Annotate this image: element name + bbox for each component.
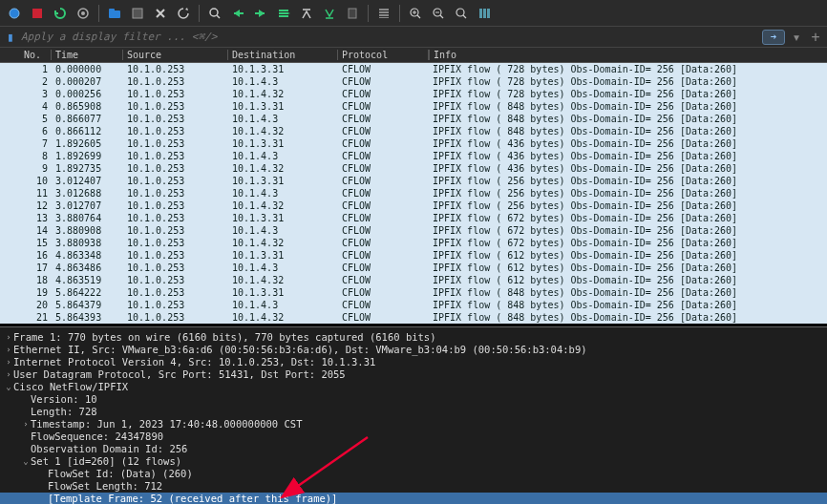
packet-row[interactable]: 205.86437910.1.0.25310.1.4.3CFLOWIPFIX f… <box>0 299 827 311</box>
packet-row[interactable]: 184.86351910.1.0.25310.1.4.32CFLOWIPFIX … <box>0 274 827 286</box>
tree-label: Length: 728 <box>31 406 97 418</box>
tree-node[interactable]: FlowSequence: 24347890 <box>0 430 827 443</box>
resize-columns-icon[interactable] <box>474 3 495 24</box>
tree-twisty-icon[interactable]: ⌄ <box>21 455 31 468</box>
packet-row[interactable]: 174.86348610.1.0.25310.1.4.3CFLOWIPFIX f… <box>0 262 827 274</box>
packet-row[interactable]: 164.86334810.1.0.25310.1.3.31CFLOWIPFIX … <box>0 249 827 262</box>
packet-row[interactable]: 143.88090810.1.0.25310.1.4.3CFLOWIPFIX f… <box>0 224 827 237</box>
tree-twisty-icon[interactable]: › <box>4 356 13 368</box>
svg-rect-12 <box>279 12 288 14</box>
tree-node[interactable]: ›Timestamp: Jun 1, 2023 17:40:48.0000000… <box>0 418 827 430</box>
svg-rect-19 <box>379 14 389 16</box>
packet-row[interactable]: 30.00025610.1.0.25310.1.4.32CFLOWIPFIX f… <box>0 88 827 100</box>
packet-row[interactable]: 91.89273510.1.0.25310.1.4.32CFLOWIPFIX f… <box>0 162 827 175</box>
col-no[interactable]: No. <box>13 50 52 60</box>
svg-line-27 <box>440 15 443 18</box>
tree-node[interactable]: ›User Datagram Protocol, Src Port: 51431… <box>0 368 827 381</box>
tree-twisty-icon[interactable]: › <box>4 344 13 356</box>
svg-point-28 <box>456 9 464 16</box>
zoom-reset-icon[interactable] <box>451 3 472 24</box>
packet-row[interactable]: 123.01270710.1.0.25310.1.4.32CFLOWIPFIX … <box>0 200 827 212</box>
col-destination[interactable]: Destination <box>228 50 338 60</box>
go-back-icon[interactable] <box>227 3 248 24</box>
packet-row[interactable]: 81.89269910.1.0.25310.1.4.3CFLOWIPFIX fl… <box>0 150 827 162</box>
zoom-out-icon[interactable] <box>428 3 449 24</box>
col-source[interactable]: Source <box>123 50 228 60</box>
packet-row[interactable]: 133.88076410.1.0.25310.1.3.31CFLOWIPFIX … <box>0 212 827 224</box>
tree-twisty-icon[interactable]: › <box>21 418 31 430</box>
col-time[interactable]: Time <box>52 50 123 60</box>
svg-point-7 <box>210 9 218 16</box>
packet-row[interactable]: 50.86607710.1.0.25310.1.4.3CFLOWIPFIX fl… <box>0 113 827 125</box>
tree-node[interactable]: Version: 10 <box>0 393 827 406</box>
svg-point-0 <box>10 9 19 18</box>
svg-line-29 <box>463 15 466 18</box>
packet-row[interactable]: 60.86611210.1.0.25310.1.4.32CFLOWIPFIX f… <box>0 125 827 137</box>
svg-line-8 <box>217 15 220 18</box>
tree-label: [Template Frame: 52 (received after this… <box>48 493 337 504</box>
packet-row[interactable]: 113.01268810.1.0.25310.1.4.3CFLOWIPFIX f… <box>0 187 827 200</box>
stop-capture-icon[interactable] <box>27 3 48 24</box>
tree-node[interactable]: ⌄Set 1 [id=260] (12 flows) <box>0 455 827 468</box>
tree-node[interactable]: ›Ethernet II, Src: VMware_b3:6a:d6 (00:5… <box>0 344 827 356</box>
go-first-icon[interactable] <box>296 3 317 24</box>
packet-row[interactable]: 20.00020710.1.0.25310.1.4.3CFLOWIPFIX fl… <box>0 75 827 88</box>
packet-row[interactable]: 103.01240710.1.0.25310.1.3.31CFLOWIPFIX … <box>0 175 827 187</box>
packet-row[interactable]: 153.88093810.1.0.25310.1.4.32CFLOWIPFIX … <box>0 237 827 249</box>
colorize-icon[interactable] <box>373 3 394 24</box>
packet-row[interactable]: 195.86422210.1.0.25310.1.3.31CFLOWIPFIX … <box>0 286 827 299</box>
svg-rect-5 <box>109 9 115 11</box>
packet-row[interactable]: 215.86439310.1.0.25310.1.4.32CFLOWIPFIX … <box>0 311 827 324</box>
svg-rect-17 <box>379 9 389 10</box>
tree-twisty-icon[interactable]: › <box>4 368 13 381</box>
tree-node[interactable]: ›Frame 1: 770 bytes on wire (6160 bits),… <box>0 331 827 344</box>
reload-icon[interactable] <box>173 3 194 24</box>
tree-node[interactable]: FlowSet Length: 712 <box>0 480 827 493</box>
go-last-icon[interactable] <box>319 3 340 24</box>
packet-list-panel[interactable]: No. Time Source Destination Protocol Inf… <box>0 48 827 326</box>
tree-label: User Datagram Protocol, Src Port: 51431,… <box>13 368 346 381</box>
bookmark-filter-icon[interactable]: ▮ <box>4 31 17 44</box>
go-forward-icon[interactable] <box>250 3 271 24</box>
close-file-icon[interactable] <box>150 3 171 24</box>
open-file-icon[interactable] <box>104 3 125 24</box>
col-info[interactable]: Info <box>429 50 827 60</box>
tree-node[interactable]: ⌄Cisco NetFlow/IPFIX <box>0 381 827 393</box>
tree-node[interactable]: Length: 728 <box>0 406 827 418</box>
packet-row[interactable]: 10.00000010.1.0.25310.1.3.31CFLOWIPFIX f… <box>0 63 827 75</box>
filter-expression-button[interactable]: + <box>808 29 823 46</box>
tree-node[interactable]: ›Internet Protocol Version 4, Src: 10.1.… <box>0 356 827 368</box>
svg-rect-1 <box>32 9 42 18</box>
go-to-packet-icon[interactable] <box>273 3 294 24</box>
tree-twisty-icon[interactable]: › <box>4 331 13 344</box>
save-file-icon[interactable] <box>127 3 148 24</box>
filter-apply-button[interactable]: ➔ <box>762 30 785 45</box>
svg-rect-32 <box>487 9 490 18</box>
tree-node[interactable]: [Template Frame: 52 (received after this… <box>0 493 827 504</box>
options-icon[interactable] <box>73 3 94 24</box>
tree-node[interactable]: FlowSet Id: (Data) (260) <box>0 468 827 480</box>
auto-scroll-icon[interactable] <box>342 3 363 24</box>
tree-label: Cisco NetFlow/IPFIX <box>13 381 128 393</box>
packet-list-body[interactable]: 10.00000010.1.0.25310.1.3.31CFLOWIPFIX f… <box>0 63 827 324</box>
packet-details-panel[interactable]: ›Frame 1: 770 bytes on wire (6160 bits),… <box>0 326 827 504</box>
restart-capture-icon[interactable] <box>50 3 71 24</box>
svg-rect-20 <box>379 17 389 18</box>
svg-rect-6 <box>133 9 142 18</box>
find-icon[interactable] <box>204 3 225 24</box>
display-filter-input[interactable] <box>21 31 762 43</box>
svg-rect-16 <box>349 9 356 18</box>
zoom-in-icon[interactable] <box>405 3 426 24</box>
packet-row[interactable]: 71.89260510.1.0.25310.1.3.31CFLOWIPFIX f… <box>0 137 827 150</box>
svg-point-3 <box>81 11 85 15</box>
packet-row[interactable]: 40.86590810.1.0.25310.1.3.31CFLOWIPFIX f… <box>0 100 827 113</box>
tree-label: FlowSequence: 24347890 <box>31 430 163 443</box>
start-capture-icon[interactable] <box>4 3 25 24</box>
tree-twisty-icon[interactable]: ⌄ <box>4 381 13 393</box>
col-protocol[interactable]: Protocol <box>338 50 429 60</box>
tree-label: Version: 10 <box>31 393 97 406</box>
tree-label: Frame 1: 770 bytes on wire (6160 bits), … <box>13 331 436 344</box>
tree-node[interactable]: Observation Domain Id: 256 <box>0 443 827 455</box>
filter-add-button[interactable]: ▾ <box>789 29 804 46</box>
svg-line-24 <box>417 15 420 18</box>
